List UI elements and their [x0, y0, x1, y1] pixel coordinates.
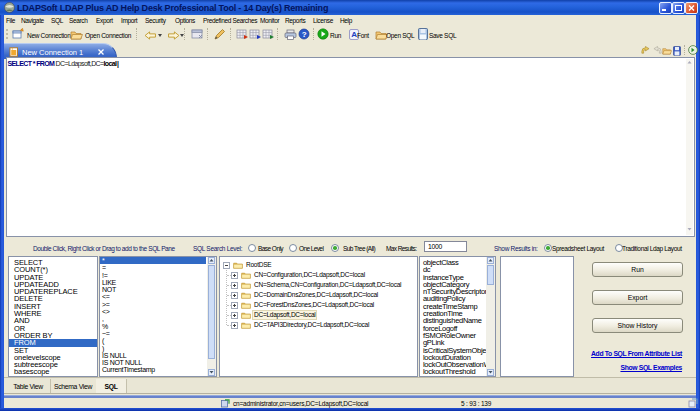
svg-text:?: ? [302, 30, 307, 39]
